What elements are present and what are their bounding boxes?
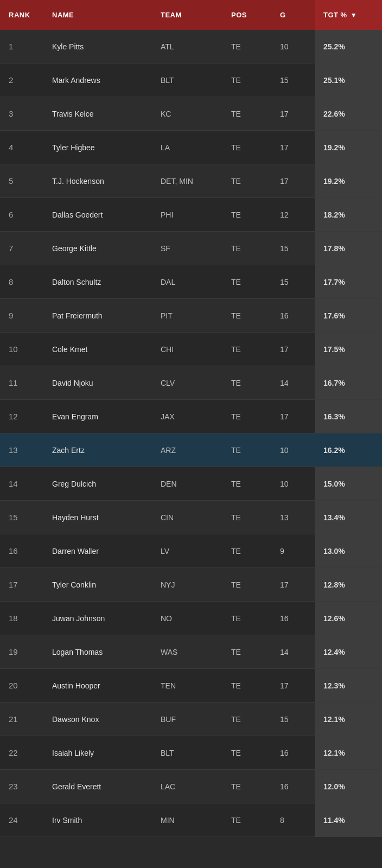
tgt-pct-cell: 12.1%	[315, 703, 382, 736]
team-cell: ARZ	[152, 446, 222, 455]
table-row[interactable]: 18 Juwan Johnson NO TE 16 12.6%	[0, 602, 382, 635]
pos-cell: TE	[222, 177, 271, 186]
rank-cell: 2	[0, 75, 43, 85]
name-cell: George Kittle	[43, 244, 152, 253]
tgt-pct-cell: 16.7%	[315, 366, 382, 399]
tgt-pct-cell: 16.3%	[315, 400, 382, 433]
tgt-pct-cell: 13.0%	[315, 534, 382, 567]
table-row[interactable]: 23 Gerald Everett LAC TE 16 12.0%	[0, 770, 382, 803]
name-cell: Dalton Schultz	[43, 278, 152, 286]
g-cell: 14	[271, 379, 315, 387]
table-row[interactable]: 14 Greg Dulcich DEN TE 10 15.0%	[0, 467, 382, 501]
rank-cell: 19	[0, 647, 43, 656]
table-row[interactable]: 1 Kyle Pitts ATL TE 10 25.2%	[0, 30, 382, 63]
tgt-header[interactable]: TGT % ▼	[315, 0, 382, 30]
g-cell: 9	[271, 547, 315, 556]
name-cell: Zach Ertz	[43, 446, 152, 455]
table-row[interactable]: 9 Pat Freiermuth PIT TE 16 17.6%	[0, 299, 382, 333]
team-cell: JAX	[152, 412, 222, 421]
table-row[interactable]: 22 Isaiah Likely BLT TE 16 12.1%	[0, 736, 382, 770]
table-row[interactable]: 13 Zach Ertz ARZ TE 10 16.2%	[0, 433, 382, 467]
team-cell: LV	[152, 547, 222, 556]
tgt-pct-cell: 12.6%	[315, 602, 382, 635]
name-cell: Cole Kmet	[43, 345, 152, 354]
table-row[interactable]: 20 Austin Hooper TEN TE 17 12.3%	[0, 669, 382, 703]
rank-cell: 4	[0, 143, 43, 152]
rank-cell: 13	[0, 445, 43, 455]
name-cell: Irv Smith	[43, 816, 152, 825]
tgt-pct-cell: 16.2%	[315, 433, 382, 467]
name-header[interactable]: Name	[43, 11, 152, 19]
pos-cell: TE	[222, 681, 271, 690]
table-row[interactable]: 10 Cole Kmet CHI TE 17 17.5%	[0, 333, 382, 366]
table-row[interactable]: 19 Logan Thomas WAS TE 14 12.4%	[0, 635, 382, 669]
tgt-pct-cell: 25.2%	[315, 30, 382, 63]
rank-cell: 17	[0, 580, 43, 589]
tgt-pct-cell: 17.7%	[315, 265, 382, 298]
name-cell: Dawson Knox	[43, 715, 152, 724]
team-cell: CLV	[152, 379, 222, 387]
table-row[interactable]: 17 Tyler Conklin NYJ TE 17 12.8%	[0, 568, 382, 602]
table-row[interactable]: 12 Evan Engram JAX TE 17 16.3%	[0, 400, 382, 433]
name-cell: Gerald Everett	[43, 782, 152, 791]
team-cell: NYJ	[152, 580, 222, 589]
team-cell: ATL	[152, 42, 222, 51]
team-cell: LA	[152, 143, 222, 152]
table-row[interactable]: 3 Travis Kelce KC TE 17 22.6%	[0, 97, 382, 131]
tgt-pct-cell: 19.2%	[315, 131, 382, 164]
name-cell: Mark Andrews	[43, 76, 152, 85]
tgt-pct-cell: 13.4%	[315, 501, 382, 534]
g-cell: 17	[271, 143, 315, 152]
team-cell: MIN	[152, 816, 222, 825]
team-cell: DAL	[152, 278, 222, 286]
g-cell: 17	[271, 177, 315, 186]
rank-header[interactable]: Rank	[0, 11, 43, 19]
g-cell: 15	[271, 244, 315, 253]
table-row[interactable]: 24 Irv Smith MIN TE 8 11.4%	[0, 803, 382, 837]
g-cell: 15	[271, 715, 315, 724]
name-cell: T.J. Hockenson	[43, 177, 152, 186]
table-row[interactable]: 7 George Kittle SF TE 15 17.8%	[0, 232, 382, 265]
rank-cell: 20	[0, 681, 43, 690]
g-cell: 17	[271, 681, 315, 690]
g-cell: 10	[271, 42, 315, 51]
g-cell: 17	[271, 412, 315, 421]
g-cell: 10	[271, 446, 315, 455]
rank-cell: 5	[0, 176, 43, 186]
team-cell: BLT	[152, 76, 222, 85]
table-row[interactable]: 11 David Njoku CLV TE 14 16.7%	[0, 366, 382, 400]
table-row[interactable]: 5 T.J. Hockenson DET, MIN TE 17 19.2%	[0, 164, 382, 198]
rank-cell: 24	[0, 815, 43, 825]
rank-cell: 21	[0, 714, 43, 724]
table-row[interactable]: 8 Dalton Schultz DAL TE 15 17.7%	[0, 265, 382, 299]
team-header[interactable]: Team	[152, 11, 222, 19]
pos-cell: TE	[222, 110, 271, 118]
name-cell: Logan Thomas	[43, 648, 152, 656]
team-cell: BUF	[152, 715, 222, 724]
pos-header[interactable]: POS	[222, 11, 271, 19]
name-cell: Greg Dulcich	[43, 480, 152, 488]
table-row[interactable]: 6 Dallas Goedert PHI TE 12 18.2%	[0, 198, 382, 232]
sort-desc-icon: ▼	[351, 11, 357, 19]
table-row[interactable]: 21 Dawson Knox BUF TE 15 12.1%	[0, 703, 382, 736]
g-cell: 15	[271, 76, 315, 85]
team-cell: SF	[152, 244, 222, 253]
pos-cell: TE	[222, 278, 271, 286]
rank-cell: 23	[0, 782, 43, 791]
g-header[interactable]: G	[271, 11, 315, 19]
rank-cell: 12	[0, 412, 43, 421]
team-cell: DET, MIN	[152, 177, 222, 186]
table-row[interactable]: 4 Tyler Higbee LA TE 17 19.2%	[0, 131, 382, 164]
team-cell: TEN	[152, 681, 222, 690]
g-cell: 17	[271, 110, 315, 118]
tgt-pct-cell: 11.4%	[315, 803, 382, 837]
pos-cell: TE	[222, 782, 271, 791]
table-row[interactable]: 2 Mark Andrews BLT TE 15 25.1%	[0, 63, 382, 97]
name-cell: Dallas Goedert	[43, 210, 152, 219]
table-row[interactable]: 15 Hayden Hurst CIN TE 13 13.4%	[0, 501, 382, 534]
pos-cell: TE	[222, 42, 271, 51]
tgt-pct-cell: 18.2%	[315, 198, 382, 231]
g-cell: 15	[271, 278, 315, 286]
team-cell: NO	[152, 614, 222, 623]
table-row[interactable]: 16 Darren Waller LV TE 9 13.0%	[0, 534, 382, 568]
